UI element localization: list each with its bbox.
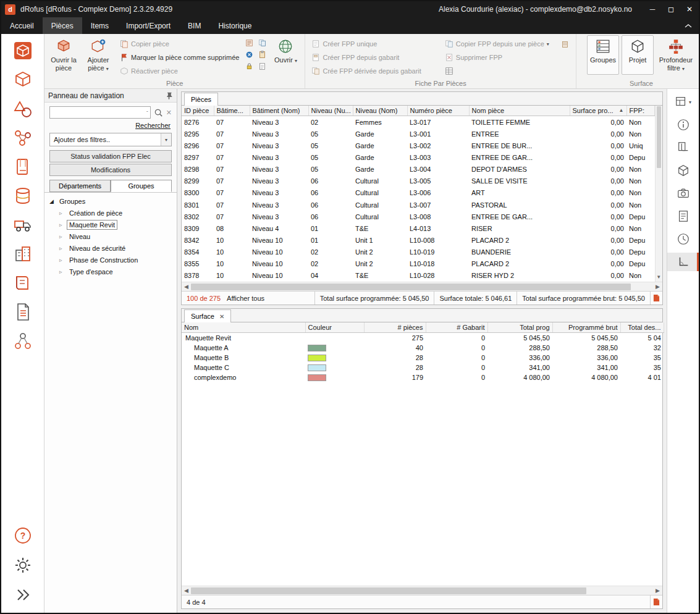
cell[interactable]: 341,00 bbox=[552, 363, 620, 372]
cell[interactable]: ART bbox=[469, 187, 570, 199]
fpp-grid-button[interactable] bbox=[442, 65, 573, 77]
cell[interactable]: 0 bbox=[426, 353, 487, 363]
cell[interactable]: L3-008 bbox=[407, 211, 469, 222]
cell[interactable]: Garde bbox=[353, 151, 407, 163]
cell[interactable]: 0,00 bbox=[570, 164, 626, 175]
surface-row[interactable]: Maquette C280341,00341,0035 bbox=[182, 363, 664, 372]
cell[interactable]: 0,00 bbox=[570, 246, 626, 258]
cell[interactable]: Niveau 3 bbox=[250, 128, 308, 140]
column-header[interactable]: # Gabarit bbox=[426, 322, 487, 333]
cell[interactable]: Niveau 3 bbox=[250, 175, 308, 187]
color-swatch[interactable] bbox=[308, 374, 326, 381]
cell[interactable]: Garde bbox=[353, 140, 407, 151]
copy-piece-button[interactable]: Copier pièce bbox=[117, 38, 242, 50]
cell[interactable]: 0,00 bbox=[570, 234, 626, 246]
cell[interactable]: Non bbox=[626, 175, 654, 187]
tree-item[interactable]: ▹Niveau bbox=[46, 230, 175, 242]
pieces-row[interactable]: 830908Niveau 401T&EL4-013RISER0,00Non bbox=[182, 222, 654, 234]
close-tab-icon[interactable]: ✕ bbox=[219, 313, 224, 320]
cell[interactable]: 07 bbox=[214, 199, 250, 211]
cell[interactable]: 8342 bbox=[182, 234, 214, 246]
cell[interactable]: PLACARD 2 bbox=[469, 258, 570, 270]
pieces-row[interactable]: 835410Niveau 1002Unit 2L10-019BUANDERIE0… bbox=[182, 246, 654, 258]
cell[interactable]: Femmes bbox=[353, 116, 407, 128]
cell[interactable]: Depu bbox=[626, 246, 654, 258]
cell[interactable]: 40 bbox=[364, 343, 426, 353]
cell[interactable]: ENTREE DE GAR... bbox=[469, 211, 570, 222]
cell[interactable]: 06 bbox=[308, 187, 353, 199]
cell[interactable]: 07 bbox=[214, 187, 250, 199]
cell[interactable]: RISER HYD 2 bbox=[469, 270, 570, 282]
group-name-cell[interactable]: Maquette Revit bbox=[182, 333, 305, 343]
rechercher-link[interactable]: Rechercher bbox=[135, 122, 171, 129]
sidebar-shapes-module[interactable] bbox=[9, 97, 36, 120]
pieces-row[interactable]: 830107Niveau 306CulturalL3-007PASTORAL0,… bbox=[182, 199, 654, 211]
cell[interactable]: 05 bbox=[308, 164, 353, 175]
cell[interactable]: 8300 bbox=[182, 187, 214, 199]
column-header[interactable]: Numéro pièce bbox=[407, 106, 469, 116]
images-tool-button[interactable] bbox=[667, 184, 699, 203]
notes-tool-button[interactable] bbox=[667, 207, 699, 225]
cell[interactable]: 06 bbox=[308, 175, 353, 187]
surface-row[interactable]: Maquette A400288,50288,5032 bbox=[182, 343, 664, 353]
scroll-left-button[interactable]: ◀ bbox=[182, 587, 191, 594]
cell[interactable]: 8355 bbox=[182, 258, 214, 270]
column-header[interactable]: Surface pro...▲ bbox=[570, 106, 626, 116]
sidebar-network-module[interactable] bbox=[9, 126, 36, 149]
scrollbar-thumb[interactable] bbox=[657, 106, 662, 168]
cell[interactable]: 0 bbox=[426, 372, 487, 382]
cell[interactable]: 05 bbox=[308, 140, 353, 151]
cell[interactable]: Non bbox=[626, 222, 654, 234]
pieces-row[interactable]: 827607Niveau 302FemmesL3-017TOILETTE FEM… bbox=[182, 116, 654, 128]
column-header[interactable]: Bâtime... bbox=[214, 106, 250, 116]
column-header[interactable]: Niveau (Nu... bbox=[308, 106, 353, 116]
surface-row[interactable]: complexdemo17904 080,004 080,004 01 bbox=[182, 372, 664, 382]
sidebar-help-button[interactable]: ? bbox=[9, 524, 36, 547]
surface-row[interactable]: Maquette B280336,00336,0035 bbox=[182, 353, 664, 363]
cell[interactable]: RISER bbox=[469, 222, 570, 234]
cell[interactable]: Niveau 3 bbox=[250, 187, 308, 199]
scrollbar-thumb[interactable] bbox=[191, 587, 586, 594]
cell[interactable]: 0,00 bbox=[570, 211, 626, 222]
pin-icon[interactable] bbox=[165, 91, 173, 99]
column-header[interactable]: Programmé brut bbox=[552, 322, 620, 333]
cell[interactable]: 10 bbox=[214, 270, 250, 282]
column-header[interactable]: Couleur bbox=[305, 322, 364, 333]
cell[interactable]: Depu bbox=[626, 258, 654, 270]
reactivate-piece-button[interactable]: Réactiver pièce bbox=[117, 65, 242, 77]
surface-row[interactable]: Maquette Revit27505 045,505 045,505 04 bbox=[182, 333, 664, 343]
cell[interactable]: 5 045,50 bbox=[552, 333, 620, 343]
cell[interactable]: L10-028 bbox=[407, 270, 469, 282]
cell[interactable]: L3-006 bbox=[407, 187, 469, 199]
pieces-row[interactable]: 834210Niveau 1001Unit 1L10-008PLACARD 20… bbox=[182, 234, 654, 246]
cell[interactable]: 07 bbox=[214, 175, 250, 187]
cell[interactable]: 07 bbox=[214, 151, 250, 163]
add-filters-dropdown[interactable]: Ajouter des filtres.. ▾ bbox=[49, 133, 172, 146]
menu-tab-import-export[interactable]: Import/Export bbox=[117, 17, 179, 34]
cell[interactable]: 35 bbox=[620, 353, 664, 363]
cell[interactable]: ENTREE DE BUR... bbox=[469, 140, 570, 151]
cell[interactable]: TOILETTE FEMME bbox=[469, 116, 570, 128]
pieces-row[interactable]: 835510Niveau 1002Unit 2L10-018PLACARD 20… bbox=[182, 258, 654, 270]
cell[interactable]: 4 080,00 bbox=[487, 372, 552, 382]
status-export-button[interactable] bbox=[650, 292, 662, 305]
cell[interactable]: 0,00 bbox=[570, 258, 626, 270]
cell[interactable]: Niveau 3 bbox=[250, 164, 308, 175]
group-name-cell[interactable]: Maquette B bbox=[182, 353, 305, 363]
pieces-vertical-scrollbar[interactable]: ▼ bbox=[655, 106, 663, 282]
cell[interactable]: 0,00 bbox=[570, 151, 626, 163]
history-tool-button[interactable] bbox=[667, 230, 699, 248]
cell[interactable]: 02 bbox=[308, 246, 353, 258]
group-name-cell[interactable]: complexdemo bbox=[182, 372, 305, 382]
cell[interactable]: Cultural bbox=[353, 187, 407, 199]
cell[interactable]: L3-004 bbox=[407, 164, 469, 175]
cell[interactable]: 288,50 bbox=[487, 343, 552, 353]
pieces-row[interactable]: 829907Niveau 306CulturalL3-005SALLE DE V… bbox=[182, 175, 654, 187]
cell[interactable]: 02 bbox=[308, 258, 353, 270]
cell[interactable]: Niveau 3 bbox=[250, 116, 308, 128]
group-name-cell[interactable]: Maquette A bbox=[182, 343, 305, 353]
cell[interactable]: Unit 2 bbox=[353, 258, 407, 270]
cell[interactable]: 4 01 bbox=[620, 372, 664, 382]
cell[interactable]: Niveau 3 bbox=[250, 140, 308, 151]
cell[interactable]: 0,00 bbox=[570, 116, 626, 128]
